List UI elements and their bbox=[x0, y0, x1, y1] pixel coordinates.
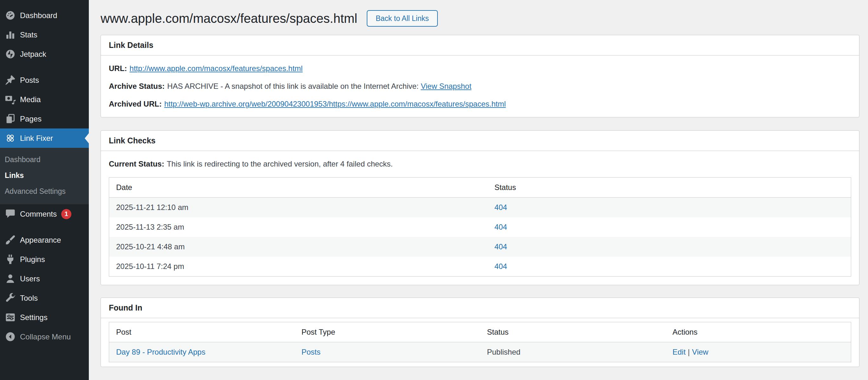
current-status-label: Current Status: bbox=[109, 160, 164, 168]
dashboard-icon bbox=[5, 10, 16, 21]
status-column-header: Status bbox=[480, 322, 665, 342]
status-code-link[interactable]: 404 bbox=[494, 223, 507, 231]
panel-title: Link Checks bbox=[101, 131, 859, 151]
sidebar-item-users[interactable]: Users bbox=[0, 269, 89, 288]
table-header-row: Date Status bbox=[109, 178, 851, 198]
wrench-icon bbox=[5, 292, 16, 304]
sidebar-item-label: Collapse Menu bbox=[20, 332, 71, 341]
sidebar-item-label: Posts bbox=[20, 76, 39, 85]
actions-separator: | bbox=[688, 348, 690, 356]
sidebar-item-pages[interactable]: Pages bbox=[0, 109, 89, 128]
status-code-link[interactable]: 404 bbox=[494, 242, 507, 251]
status-code-link[interactable]: 404 bbox=[494, 262, 507, 271]
sidebar-item-settings[interactable]: Settings bbox=[0, 308, 89, 327]
post-title-link[interactable]: Day 89 - Productivity Apps bbox=[116, 348, 205, 356]
submenu-item-links[interactable]: Links bbox=[0, 167, 89, 183]
status-code-link[interactable]: 404 bbox=[494, 203, 507, 212]
comment-bubble-icon bbox=[5, 209, 16, 220]
actions-cell: Edit|View bbox=[665, 342, 851, 362]
sidebar-item-label: Users bbox=[20, 274, 40, 283]
archived-url-link[interactable]: http://web-wp.archive.org/web/2009042300… bbox=[164, 100, 506, 108]
comments-count-badge: 1 bbox=[61, 209, 71, 219]
sidebar-item-label: Appearance bbox=[20, 236, 61, 245]
table-row: 2025-10-11 7:24 pm 404 bbox=[109, 257, 851, 277]
found-in-panel: Found In Post Post Type Status Actions D… bbox=[100, 297, 860, 367]
found-in-body: Post Post Type Status Actions Day 89 - P… bbox=[101, 322, 859, 367]
sidebar-item-comments[interactable]: Comments 1 bbox=[0, 204, 89, 224]
status-column-header: Status bbox=[487, 178, 851, 198]
sidebar-item-link-fixer[interactable]: Link Fixer bbox=[0, 128, 89, 148]
found-in-table: Post Post Type Status Actions Day 89 - P… bbox=[109, 322, 851, 362]
post-type-column-header: Post Type bbox=[294, 322, 480, 342]
url-link[interactable]: http://www.apple.com/macosx/features/spa… bbox=[129, 64, 303, 73]
sidebar-item-label: Jetpack bbox=[20, 50, 46, 59]
menu-separator bbox=[0, 224, 89, 230]
submenu-item-label: Dashboard bbox=[5, 155, 41, 164]
archive-status-label: Archive Status: bbox=[109, 82, 165, 90]
collapse-arrow-icon bbox=[5, 331, 16, 342]
post-type-link[interactable]: Posts bbox=[301, 348, 320, 356]
table-header-row: Post Post Type Status Actions bbox=[109, 322, 851, 342]
actions-column-header: Actions bbox=[665, 322, 851, 342]
archived-url-label: Archived URL: bbox=[109, 100, 162, 108]
panel-title: Link Details bbox=[101, 35, 859, 56]
link-fixer-submenu: Dashboard Links Advanced Settings bbox=[0, 148, 89, 204]
sliders-icon bbox=[5, 312, 16, 323]
current-status-row: Current Status:This link is redirecting … bbox=[109, 159, 851, 169]
panel-title: Found In bbox=[101, 298, 859, 318]
date-column-header: Date bbox=[109, 178, 488, 198]
sidebar-item-label: Comments bbox=[20, 210, 57, 219]
pages-icon bbox=[5, 113, 16, 124]
submenu-item-label: Links bbox=[5, 171, 24, 180]
sidebar-item-collapse-menu[interactable]: Collapse Menu bbox=[0, 327, 89, 346]
page-title: www.apple.com/macosx/features/spaces.htm… bbox=[100, 10, 357, 27]
post-status: Published bbox=[480, 342, 665, 362]
page-header: www.apple.com/macosx/features/spaces.htm… bbox=[100, 10, 860, 27]
admin-sidebar: Dashboard Stats Jetpack Posts Medi bbox=[0, 0, 89, 380]
table-row: Day 89 - Productivity Apps Posts Publish… bbox=[109, 342, 851, 362]
sidebar-item-label: Pages bbox=[20, 115, 41, 123]
check-date: 2025-10-11 7:24 pm bbox=[109, 257, 488, 277]
sidebar-item-label: Settings bbox=[20, 313, 48, 322]
sidebar-item-appearance[interactable]: Appearance bbox=[0, 230, 89, 250]
sidebar-item-stats[interactable]: Stats bbox=[0, 25, 89, 44]
sidebar-item-label: Tools bbox=[20, 294, 38, 303]
sidebar-item-plugins[interactable]: Plugins bbox=[0, 250, 89, 269]
sidebar-item-jetpack[interactable]: Jetpack bbox=[0, 44, 89, 64]
archived-url-row: Archived URL:http://web-wp.archive.org/w… bbox=[109, 99, 851, 109]
link-details-body: URL:http://www.apple.com/macosx/features… bbox=[101, 64, 859, 117]
sidebar-item-label: Link Fixer bbox=[20, 134, 53, 143]
sidebar-item-tools[interactable]: Tools bbox=[0, 288, 89, 308]
sidebar-item-label: Plugins bbox=[20, 255, 45, 264]
submenu-item-label: Advanced Settings bbox=[5, 187, 66, 196]
view-link[interactable]: View bbox=[692, 348, 708, 356]
camera-note-icon bbox=[5, 94, 16, 105]
sidebar-item-media[interactable]: Media bbox=[0, 90, 89, 109]
archive-status-text: HAS ARCHIVE - A snapshot of this link is… bbox=[167, 82, 421, 90]
bar-chart-icon bbox=[5, 29, 16, 40]
main-content: www.apple.com/macosx/features/spaces.htm… bbox=[89, 0, 868, 367]
edit-link[interactable]: Edit bbox=[673, 348, 686, 356]
link-details-panel: Link Details URL:http://www.apple.com/ma… bbox=[100, 35, 860, 117]
back-to-all-links-button[interactable]: Back to All Links bbox=[367, 10, 437, 27]
admin-menu: Dashboard Stats Jetpack Posts Medi bbox=[0, 0, 89, 346]
pushpin-icon bbox=[5, 74, 16, 86]
post-column-header: Post bbox=[109, 322, 295, 342]
sidebar-item-label: Media bbox=[20, 95, 41, 104]
jetpack-icon bbox=[5, 49, 16, 60]
sidebar-item-posts[interactable]: Posts bbox=[0, 70, 89, 90]
url-row: URL:http://www.apple.com/macosx/features… bbox=[109, 64, 851, 73]
submenu-item-dashboard[interactable]: Dashboard bbox=[0, 152, 89, 167]
sidebar-item-dashboard[interactable]: Dashboard bbox=[0, 6, 89, 25]
link-checks-table: Date Status 2025-11-21 12:10 am 404 2025… bbox=[109, 177, 851, 277]
link-checks-body: Current Status:This link is redirecting … bbox=[101, 159, 859, 285]
sidebar-item-label: Dashboard bbox=[20, 11, 57, 20]
table-row: 2025-11-21 12:10 am 404 bbox=[109, 198, 851, 218]
submenu-item-advanced-settings[interactable]: Advanced Settings bbox=[0, 183, 89, 199]
bandage-icon bbox=[5, 133, 16, 144]
archive-status-row: Archive Status:HAS ARCHIVE - A snapshot … bbox=[109, 82, 851, 91]
table-row: 2025-10-21 4:48 am 404 bbox=[109, 237, 851, 257]
view-snapshot-link[interactable]: View Snapshot bbox=[421, 82, 471, 90]
paintbrush-icon bbox=[5, 234, 16, 246]
menu-separator bbox=[0, 64, 89, 70]
